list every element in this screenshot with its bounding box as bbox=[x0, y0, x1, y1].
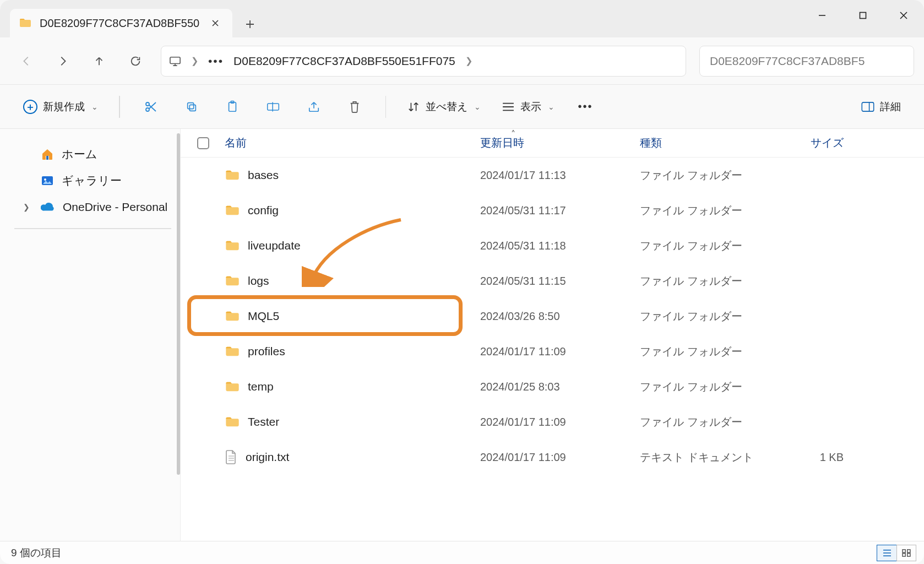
file-name: bases bbox=[248, 169, 279, 182]
forward-button[interactable] bbox=[46, 47, 79, 75]
file-row[interactable]: bases2024/01/17 11:13ファイル フォルダー bbox=[181, 158, 924, 193]
folder-icon bbox=[225, 414, 240, 430]
chevron-down-icon: ⌄ bbox=[91, 102, 98, 111]
column-type[interactable]: 種類 bbox=[640, 135, 772, 150]
details-pane-button[interactable]: 詳細 bbox=[855, 94, 907, 120]
nav-gallery[interactable]: ギャラリー bbox=[12, 167, 173, 194]
svg-rect-8 bbox=[267, 104, 279, 110]
nav-gallery-label: ギャラリー bbox=[62, 173, 122, 188]
new-tab-button[interactable] bbox=[237, 11, 263, 37]
file-date: 2024/01/17 11:13 bbox=[480, 169, 640, 182]
nav-scrollbar[interactable] bbox=[177, 133, 180, 475]
file-row[interactable]: config2024/05/31 11:17ファイル フォルダー bbox=[181, 193, 924, 228]
home-icon bbox=[41, 148, 54, 161]
file-date: 2024/01/17 11:09 bbox=[480, 416, 640, 429]
select-all-checkbox[interactable] bbox=[197, 137, 221, 149]
toolbar-divider bbox=[385, 96, 387, 118]
tab-title: D0E8209F77C8CF37AD8BF550 bbox=[40, 17, 199, 30]
file-row[interactable]: MQL52024/03/26 8:50ファイル フォルダー bbox=[181, 299, 924, 334]
window-tab[interactable]: D0E8209F77C8CF37AD8BF550 bbox=[10, 9, 232, 37]
view-button[interactable]: 表示 ⌄ bbox=[495, 94, 561, 120]
column-date[interactable]: 更新日時 bbox=[480, 135, 640, 150]
more-button[interactable]: ••• bbox=[569, 94, 602, 120]
file-icon bbox=[225, 449, 238, 465]
title-bar: D0E8209F77C8CF37AD8BF550 bbox=[0, 0, 924, 37]
folder-icon bbox=[225, 344, 240, 359]
file-name: logs bbox=[248, 274, 269, 288]
window-controls bbox=[802, 0, 924, 31]
scissors-icon bbox=[144, 100, 157, 113]
toolbar-divider bbox=[119, 96, 120, 118]
file-row[interactable]: liveupdate2024/05/31 11:18ファイル フォルダー bbox=[181, 228, 924, 263]
details-label: 詳細 bbox=[880, 100, 901, 114]
new-button[interactable]: ＋ 新規作成 ⌄ bbox=[17, 94, 105, 120]
svg-rect-13 bbox=[907, 549, 910, 552]
rename-icon bbox=[267, 100, 280, 113]
view-mode-toggle bbox=[877, 545, 916, 561]
paste-button[interactable] bbox=[216, 94, 249, 120]
file-type: ファイル フォルダー bbox=[640, 238, 772, 253]
file-row[interactable]: origin.txt2024/01/17 11:09テキスト ドキュメント1 K… bbox=[181, 440, 924, 475]
file-row[interactable]: temp2024/01/25 8:03ファイル フォルダー bbox=[181, 369, 924, 404]
chevron-right-icon: ❯ bbox=[191, 56, 198, 66]
file-row[interactable]: profiles2024/01/17 11:09ファイル フォルダー bbox=[181, 334, 924, 369]
search-box[interactable]: D0E8209F77C8CF37AD8BF5 bbox=[699, 46, 914, 77]
back-button[interactable] bbox=[10, 47, 43, 75]
copy-button[interactable] bbox=[175, 94, 208, 120]
maximize-button[interactable] bbox=[843, 0, 883, 31]
file-name: liveupdate bbox=[248, 239, 301, 252]
up-button[interactable] bbox=[83, 47, 116, 75]
file-name: profiles bbox=[248, 345, 285, 358]
thumbnails-view-button[interactable] bbox=[896, 545, 916, 561]
command-bar: ＋ 新規作成 ⌄ 並べ替え ⌄ 表示 ⌄ ••• 詳細 bbox=[0, 85, 924, 129]
file-name: temp bbox=[248, 380, 274, 393]
tab-close-button[interactable] bbox=[207, 15, 224, 31]
search-placeholder: D0E8209F77C8CF37AD8BF5 bbox=[710, 55, 865, 68]
breadcrumb-current[interactable]: D0E8209F77C8CF37AD8BF550E51FF075 bbox=[233, 55, 455, 68]
cut-button[interactable] bbox=[134, 94, 167, 120]
onedrive-icon bbox=[41, 202, 55, 212]
file-name: Tester bbox=[248, 415, 279, 429]
address-bar[interactable]: ❯ ••• D0E8209F77C8CF37AD8BF550E51FF075 ❯ bbox=[161, 46, 686, 77]
svg-rect-9 bbox=[862, 102, 873, 111]
list-view-icon bbox=[502, 100, 515, 113]
folder-icon bbox=[225, 238, 240, 253]
delete-button[interactable] bbox=[338, 94, 371, 120]
share-button[interactable] bbox=[297, 94, 330, 120]
nav-onedrive[interactable]: ❯ OneDrive - Personal bbox=[12, 194, 173, 220]
nav-home[interactable]: ホーム bbox=[12, 141, 173, 167]
column-size[interactable]: サイズ bbox=[772, 135, 860, 150]
chevron-right-icon[interactable]: ❯ bbox=[465, 56, 472, 66]
sort-indicator-icon: ˄ bbox=[511, 129, 515, 139]
item-count: 9 個の項目 bbox=[11, 546, 62, 560]
sort-icon bbox=[407, 100, 420, 113]
clipboard-icon bbox=[226, 100, 239, 113]
folder-icon bbox=[225, 308, 240, 324]
breadcrumb-ellipsis[interactable]: ••• bbox=[208, 55, 224, 68]
file-row[interactable]: Tester2024/01/17 11:09ファイル フォルダー bbox=[181, 404, 924, 440]
file-type: ファイル フォルダー bbox=[640, 274, 772, 289]
plus-circle-icon: ＋ bbox=[23, 100, 37, 114]
close-window-button[interactable] bbox=[883, 0, 924, 31]
rename-button[interactable] bbox=[257, 94, 290, 120]
svg-rect-1 bbox=[170, 57, 180, 63]
status-bar: 9 個の項目 bbox=[0, 541, 924, 564]
minimize-button[interactable] bbox=[802, 0, 843, 31]
file-date: 2024/05/31 11:15 bbox=[480, 275, 640, 288]
svg-rect-0 bbox=[860, 13, 866, 19]
file-row[interactable]: logs2024/05/31 11:15ファイル フォルダー bbox=[181, 263, 924, 299]
column-name[interactable]: 名前 bbox=[221, 135, 480, 150]
sort-button[interactable]: 並べ替え ⌄ bbox=[400, 94, 487, 120]
navigation-pane[interactable]: ホーム ギャラリー ❯ OneDrive - Personal bbox=[0, 129, 181, 541]
refresh-button[interactable] bbox=[119, 47, 152, 75]
file-list-pane: ˄ 名前 更新日時 種類 サイズ base bbox=[181, 129, 924, 541]
nav-onedrive-label: OneDrive - Personal bbox=[63, 200, 167, 214]
svg-rect-4 bbox=[189, 105, 195, 111]
copy-icon bbox=[185, 100, 198, 113]
file-date: 2024/01/25 8:03 bbox=[480, 381, 640, 393]
file-date: 2024/01/17 11:09 bbox=[480, 345, 640, 358]
new-label: 新規作成 bbox=[43, 100, 85, 114]
chevron-right-icon[interactable]: ❯ bbox=[23, 203, 33, 212]
content-area: ホーム ギャラリー ❯ OneDrive - Personal ˄ 名前 更新日… bbox=[0, 129, 924, 541]
details-view-button[interactable] bbox=[877, 545, 896, 561]
